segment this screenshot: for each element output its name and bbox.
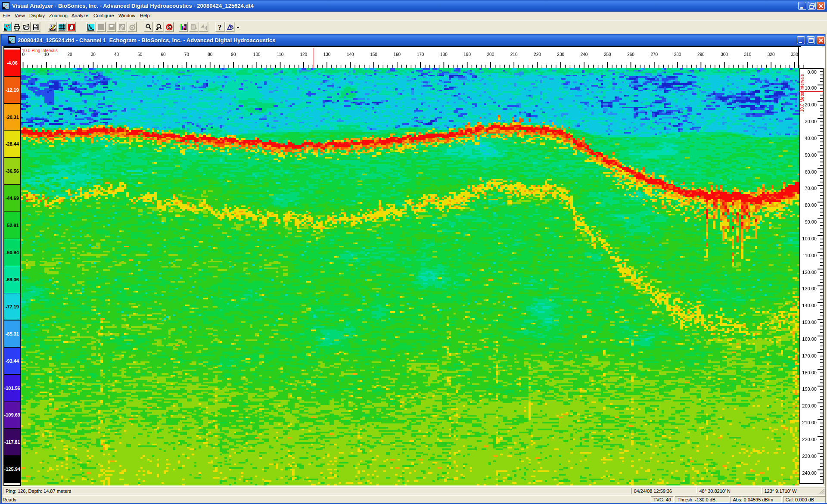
svg-text:?: ? xyxy=(218,24,222,31)
